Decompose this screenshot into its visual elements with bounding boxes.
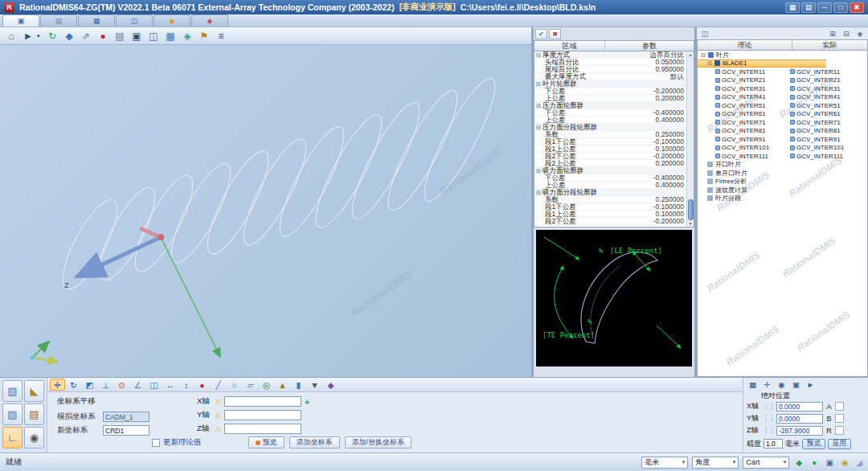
axis-extra-box[interactable] [835,414,844,423]
param-row[interactable]: ⊟吸力面分段轮廓群 [534,189,686,196]
collapse-icon[interactable]: ⊟ [536,81,541,87]
checkbox-box[interactable] [152,439,160,447]
scroll-down-icon[interactable]: ▼ [689,220,693,227]
angle-icon[interactable]: ∠ [130,379,145,391]
param-row[interactable]: ⊟厚度方式边界百分比 [534,51,686,59]
tree-item[interactable]: 开口叶片 [698,161,867,170]
offset-icon[interactable]: ↔ [162,379,178,391]
param-row[interactable]: ⊟吸力面轮廓群 [534,167,686,174]
unit-select[interactable]: 毫米▾ [641,457,688,469]
tree-feature-row[interactable]: GCV_INTER81GCV_INTER81 [698,127,867,136]
tab-measure[interactable]: ▣ [2,14,39,27]
remove-feature-icon[interactable]: ⊟ [841,29,852,39]
param-row[interactable]: 系数0.250000 [534,131,686,138]
plane-icon[interactable]: ▱ [243,379,258,391]
add-axis-icon[interactable]: + [305,397,309,407]
origin-icon[interactable]: ⊙ [114,379,129,391]
machine-icon[interactable]: ▣ [790,379,802,390]
scroll-up-icon[interactable]: ▲ [689,51,693,58]
filter-icon[interactable]: ◈ [854,29,866,39]
param-row[interactable]: 段2下公差-0.200000 [534,153,686,160]
cone-icon[interactable]: ▲ [275,379,290,391]
drag-handle-icon[interactable]: ⋮⋮ [763,403,774,410]
param-row[interactable]: 段1上公差0.100000 [534,145,686,153]
drag-handle-icon[interactable]: ⋮⋮ [763,415,774,422]
report-icon[interactable]: ◈ [179,29,195,43]
collapse-icon[interactable]: ⊟ [707,60,712,66]
tree-feature-row[interactable]: GCV_INTER31GCV_INTER31 [698,84,867,93]
param-row[interactable]: 下公差-0.200000 [534,88,686,95]
keypad-icon[interactable]: ▦ [747,379,759,390]
preview-button[interactable]: 预览 [248,436,285,448]
list-icon[interactable]: ≡ [213,29,229,43]
sphere-icon[interactable]: ◎ [259,379,274,391]
tree-feature-row[interactable]: GCV_INTER91GCV_INTER91 [698,135,867,144]
angle-select[interactable]: 角度▾ [692,457,739,469]
monitor-icon[interactable]: ▣ [129,29,145,43]
grid-icon[interactable]: ▦ [785,2,800,13]
close-button[interactable]: ✖ [850,2,864,13]
record-icon[interactable]: ● [95,29,111,43]
probe-ok-icon[interactable]: ◆ [793,458,805,467]
param-col-value[interactable]: 参数 [605,41,694,51]
x-position-value[interactable] [776,402,823,412]
machine-online-icon[interactable]: ● [809,458,820,467]
title-bar[interactable]: R RationalDMIS64-ZG(TM) V2022.1 Beta 060… [0,0,868,14]
home-icon[interactable]: ⌂ [3,29,19,43]
z-offset-input[interactable] [224,424,301,434]
fit-view-button[interactable]: ▨ [2,403,23,425]
add-feature-icon[interactable]: ⊞ [827,29,838,39]
tree-feature-row[interactable]: GCV_INTER101GCV_INTER101 [698,144,867,153]
joystick-icon[interactable]: ◉ [776,379,788,390]
tree-item[interactable]: 叶片分段 [698,195,867,203]
plane-align-icon[interactable]: ◩ [82,379,97,391]
param-row[interactable]: 段1下公差-0.100000 [534,203,686,211]
tree-col-actual[interactable]: 实际 [792,40,867,50]
param-row[interactable]: 头端百分比0.050000 [534,59,686,66]
param-row[interactable]: 段1下公差-0.100000 [534,138,686,145]
mirror-icon[interactable]: ◫ [146,379,162,391]
param-row[interactable]: 上公差0.400000 [534,182,686,189]
tree-feature-row[interactable]: GCV_INTER111GCV_INTER111 [698,152,867,161]
tree-feature-row[interactable]: GCV_INTER71GCV_INTER71 [698,118,867,127]
param-row[interactable]: 上公差0.400000 [534,117,686,124]
axis-extra-box[interactable] [835,426,844,435]
tab-probe[interactable]: ◆ [154,14,190,27]
new-coord-input[interactable] [103,425,149,436]
line-icon[interactable]: ╱ [211,379,226,391]
axis-align-icon[interactable]: ⊥ [98,379,113,391]
tree-root[interactable]: ⊟叶片 [698,51,867,59]
tab-program[interactable]: ▤ [40,14,77,27]
grid-icon[interactable]: ▦ [162,29,178,43]
camera-button[interactable]: ◉ [24,427,44,448]
add-coordinate-button[interactable]: 添加坐标系 [289,436,340,448]
more-icon[interactable]: ◆ [323,379,338,391]
collapse-icon[interactable]: ⊟ [536,190,541,195]
collapse-icon[interactable]: ⊟ [536,103,541,109]
tree-feature-row[interactable]: GCV_INTER11GCV_INTER11 [698,68,867,76]
cylinder-icon[interactable]: ▮ [291,379,306,391]
flag-icon[interactable]: ⚑ [196,29,212,43]
dropdown-caret-icon[interactable]: ▾ [37,33,43,39]
tree-col-theory[interactable]: 理论 [698,40,792,50]
compare-icon[interactable]: ◫ [145,29,162,43]
point-icon[interactable]: ● [194,379,210,391]
tree-item-blade[interactable]: ⊟BLADE1 [698,59,826,68]
scroll-thumb[interactable] [688,199,694,220]
add-replace-coordinate-button[interactable]: 添加/替换坐标系 [345,436,412,448]
param-row[interactable]: 下公差-0.400000 [534,174,686,182]
position-apply-button[interactable]: 应用 [828,439,851,449]
coordinate-button[interactable]: ∟ [2,427,23,448]
view-model-button[interactable]: ▧ [2,380,23,402]
tree-feature-row[interactable]: GCV_INTER21GCV_INTER21 [698,76,867,85]
screen-icon[interactable]: ▣ [824,458,835,467]
goto-icon[interactable]: ► [805,379,817,390]
measure-tools-button[interactable]: ◣ [24,380,44,402]
tab-report[interactable]: ◫ [116,14,153,27]
tree-feature-row[interactable]: GCV_INTER61GCV_INTER61 [698,110,867,119]
viewport-canvas[interactable]: Z [0,45,531,377]
panel-window-icon[interactable]: ◫ [699,29,710,39]
y-position-value[interactable] [776,414,823,424]
probe-move-icon[interactable]: ✛ [761,379,773,390]
param-row[interactable]: 最大厚度方式默认 [534,73,686,80]
